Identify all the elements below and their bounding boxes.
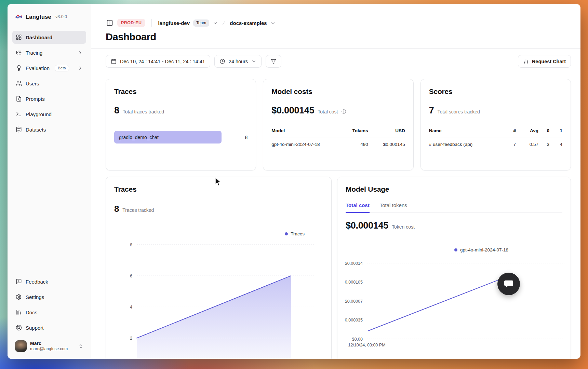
sidebar-item-support[interactable]: Support <box>12 321 86 334</box>
gear-icon <box>16 294 22 300</box>
breadcrumb: PROD-EU langfuse-dev Team docs-examples <box>106 18 571 27</box>
sidebar-item-docs[interactable]: Docs <box>12 306 86 319</box>
traces-chart-value: 8 <box>114 204 119 214</box>
filter-button[interactable] <box>266 55 281 68</box>
card-title: Scores <box>429 87 562 96</box>
date-range-picker[interactable]: Dec 10, 24 : 14:41 - Dec 11, 24 : 14:41 <box>106 55 210 68</box>
scores-table: Name # Avg 0 1 # user-feedback (api) 7 0… <box>429 128 562 147</box>
y-axis-tick-label: $0.00014 <box>345 261 363 266</box>
chevron-down-icon[interactable] <box>270 20 276 26</box>
sidebar-item-label: Playground <box>26 111 52 117</box>
sidebar-item-datasets[interactable]: Datasets <box>12 123 86 136</box>
profile-email: marc@langfuse.com <box>30 346 68 352</box>
chevrons-up-down-icon <box>78 344 83 349</box>
life-buoy-icon <box>16 325 22 331</box>
table-row: # user-feedback (api) 7 0.57 3 4 <box>429 137 562 147</box>
x-axis-tick-label: 12/10/24, 03:00 PM <box>348 343 385 347</box>
users-icon <box>16 80 22 86</box>
org-breadcrumb[interactable]: langfuse-dev <box>158 20 190 26</box>
time-window-select[interactable]: 24 hours <box>214 55 262 68</box>
column-header: Tokens <box>337 128 368 133</box>
column-header: Model <box>271 128 337 133</box>
trace-name-bar-row: gradio_demo_chat 8 <box>114 131 248 144</box>
main-content: PROD-EU langfuse-dev Team docs-examples … <box>91 4 580 359</box>
sidebar-item-users[interactable]: Users <box>12 77 86 90</box>
sidebar-item-label: Datasets <box>26 127 46 133</box>
model-usage-tabs: Total cost Total tokens <box>346 202 562 213</box>
scores-card: Scores 7 Total scores tracked Name # Avg… <box>420 79 571 170</box>
y-axis-tick-label: 0.000105 <box>345 280 363 285</box>
sidebar-secondary-nav: Feedback Settings Docs Support <box>12 275 86 334</box>
sidebar-item-prompts[interactable]: Prompts <box>12 92 86 105</box>
traces-chart-card: Traces 8 Traces tracked Traces <box>106 177 332 359</box>
sidebar-item-settings[interactable]: Settings <box>12 290 86 303</box>
sidebar-item-evaluation[interactable]: Evaluation Beta <box>12 62 86 74</box>
scores-total-caption: Total scores tracked <box>437 109 480 114</box>
sidebar-item-tracing[interactable]: Tracing <box>12 46 86 59</box>
model-costs-table: Model Tokens USD gpt-4o-mini-2024-07-18 … <box>271 128 405 147</box>
info-icon[interactable] <box>341 109 346 114</box>
request-chart-button[interactable]: Request Chart <box>518 55 571 68</box>
sidebar-item-label: Settings <box>26 294 44 300</box>
breadcrumb-divider <box>151 19 152 27</box>
database-icon <box>16 126 22 133</box>
token-cost-value: $0.000145 <box>346 220 388 231</box>
project-breadcrumb[interactable]: docs-examples <box>230 20 267 26</box>
profile-menu[interactable]: Marc marc@langfuse.com <box>12 338 86 354</box>
traces-total-value: 8 <box>114 105 119 116</box>
tab-total-tokens[interactable]: Total tokens <box>380 202 407 213</box>
trace-name-bar[interactable]: gradio_demo_chat <box>114 131 222 144</box>
tokens-cell: 490 <box>337 142 368 147</box>
model-costs-value: $0.000145 <box>271 105 314 116</box>
environment-badge[interactable]: PROD-EU <box>117 19 145 27</box>
card-title: Traces <box>114 185 323 193</box>
dashboard-content: Dec 10, 24 : 14:41 - Dec 11, 24 : 14:41 … <box>91 49 580 359</box>
feedback-message-icon <box>16 278 22 285</box>
y-axis-tick-label: $0.00 <box>352 337 363 342</box>
model-usage-card: Model Usage Total cost Total tokens $0.0… <box>337 177 571 359</box>
tracing-tree-icon <box>16 50 22 56</box>
chart-legend: Traces <box>114 231 305 236</box>
legend-label: gpt-4o-mini-2024-07-18 <box>460 247 508 252</box>
sidebar-item-label: Users <box>26 81 39 86</box>
y-axis-tick-label: $0.00007 <box>345 299 363 304</box>
series-line <box>368 277 507 331</box>
score-1-cell: 4 <box>549 142 562 147</box>
page-header: PROD-EU langfuse-dev Team docs-examples … <box>91 4 580 49</box>
sidebar-item-feedback[interactable]: Feedback <box>12 275 86 288</box>
tab-total-cost[interactable]: Total cost <box>346 202 370 213</box>
column-header: # <box>497 128 516 133</box>
y-axis-tick-label: 6 <box>130 274 132 278</box>
sidebar-item-dashboard[interactable]: Dashboard <box>12 31 86 44</box>
card-title: Model Usage <box>346 185 562 193</box>
sidebar-item-label: Docs <box>26 310 37 315</box>
table-row: gpt-4o-mini-2024-07-18 490 $0.000145 <box>271 137 405 147</box>
chevron-down-icon[interactable] <box>213 20 218 26</box>
y-axis-tick-label: 0.000035 <box>345 318 363 323</box>
sidebar-item-playground[interactable]: Playground <box>12 108 86 121</box>
traces-total-caption: Total traces tracked <box>123 109 164 114</box>
usd-cell: $0.000145 <box>368 142 405 147</box>
sidebar-item-label: Dashboard <box>26 35 52 40</box>
lightbulb-icon <box>16 65 22 71</box>
time-window-value: 24 hours <box>229 59 248 64</box>
request-chart-label: Request Chart <box>532 59 566 64</box>
series-area <box>137 276 291 359</box>
prompt-file-icon <box>16 96 22 102</box>
trace-name-bar-value: 8 <box>245 135 248 140</box>
column-header: 0 <box>538 128 549 133</box>
token-cost-caption: Token cost <box>392 224 415 230</box>
model-name-cell: gpt-4o-mini-2024-07-18 <box>271 142 337 147</box>
chat-widget-button[interactable] <box>497 273 520 295</box>
traces-area-chart: 8642 <box>114 239 324 359</box>
column-header: Name <box>429 128 497 133</box>
panel-left-icon <box>106 19 113 26</box>
legend-label: Traces <box>291 231 305 236</box>
column-header: 1 <box>549 128 562 133</box>
org-type-badge: Team <box>193 19 209 27</box>
calendar-icon <box>111 58 117 64</box>
avatar <box>15 340 27 352</box>
chat-bubble-icon <box>504 279 514 289</box>
sidebar-toggle-button[interactable] <box>106 19 114 27</box>
trace-name-label: gradio_demo_chat <box>119 135 159 140</box>
